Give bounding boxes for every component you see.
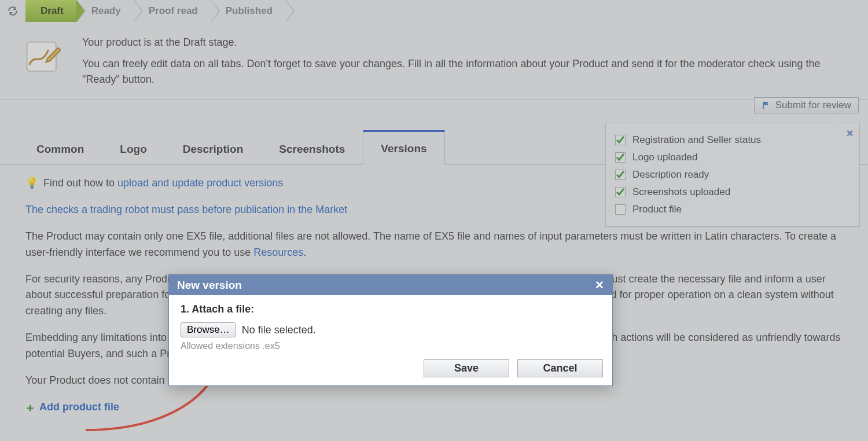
- checklist-item: Logo uploaded: [615, 149, 849, 166]
- notice-text: Your product is at the Draft stage. You …: [82, 35, 847, 93]
- checklist-item: Product file: [615, 201, 849, 218]
- dialog-titlebar: New version ✕: [169, 275, 612, 295]
- checklist-item: Screenshots uploaded: [615, 183, 849, 201]
- stage-label: Proof read: [149, 5, 198, 17]
- checkbox-checked-icon: [615, 170, 626, 180]
- paragraph-ex5: The Product may contain only one EX5 fil…: [25, 229, 843, 261]
- cancel-button[interactable]: Cancel: [517, 359, 603, 377]
- tab-common[interactable]: Common: [19, 132, 102, 165]
- checks-link[interactable]: The checks a trading robot must pass bef…: [25, 204, 347, 215]
- dialog-close-icon[interactable]: ✕: [595, 278, 604, 292]
- draft-icon: [21, 35, 66, 80]
- stage-label: Ready: [91, 5, 121, 17]
- add-file-label: Add product file: [39, 399, 119, 416]
- checklist-label: Description ready: [632, 169, 709, 181]
- checklist-item: Description ready: [615, 166, 849, 183]
- no-file-selected: No file selected.: [242, 324, 316, 336]
- checkbox-unchecked-icon: [615, 204, 626, 215]
- checklist-item: Registration and Seller status: [615, 131, 849, 149]
- submit-button-label: Submit for review: [775, 100, 851, 111]
- allowed-extensions: Allowed extensions .ex5: [181, 341, 601, 351]
- checklist-label: Screenshots uploaded: [632, 186, 730, 198]
- close-icon[interactable]: ✕: [846, 128, 854, 139]
- bulb-icon: 💡: [25, 175, 38, 192]
- checkbox-checked-icon: [615, 152, 626, 163]
- tab-screenshots[interactable]: Screenshots: [261, 132, 363, 165]
- checkbox-checked-icon: [615, 187, 626, 197]
- checklist-label: Logo uploaded: [632, 152, 698, 163]
- refresh-icon[interactable]: [0, 0, 25, 22]
- checklist-label: Registration and Seller status: [632, 134, 761, 146]
- stage-draft[interactable]: Draft: [25, 0, 76, 22]
- add-product-file-button[interactable]: ＋ Add product file: [25, 399, 119, 416]
- workflow-stages: Draft Ready Proof read Published: [0, 0, 868, 22]
- stage-published[interactable]: Published: [211, 0, 285, 22]
- submit-for-review-button[interactable]: Submit for review: [754, 97, 859, 113]
- review-checklist: ✕ Registration and Seller status Logo up…: [605, 123, 860, 227]
- checkbox-checked-icon: [615, 135, 626, 145]
- notice-line2: You can freely edit data on all tabs. Do…: [82, 56, 847, 87]
- new-version-dialog: New version ✕ 1. Attach a file: Browse… …: [168, 274, 613, 386]
- checklist-label: Product file: [632, 204, 682, 215]
- plus-icon: ＋: [25, 403, 35, 412]
- resources-link[interactable]: Resources: [253, 247, 303, 258]
- stage-label: Published: [226, 5, 273, 17]
- tab-versions[interactable]: Versions: [363, 130, 444, 165]
- upload-versions-link[interactable]: upload and update product versions: [117, 177, 283, 189]
- stage-notice: Your product is at the Draft stage. You …: [0, 22, 868, 100]
- tab-logo[interactable]: Logo: [102, 132, 164, 165]
- stage-proofread[interactable]: Proof read: [134, 0, 211, 22]
- stage-label: Draft: [41, 5, 64, 17]
- browse-button[interactable]: Browse…: [181, 322, 236, 337]
- tab-description[interactable]: Description: [165, 132, 262, 165]
- step-attach-file: 1. Attach a file:: [181, 303, 601, 315]
- notice-line1: Your product is at the Draft stage.: [82, 35, 847, 50]
- dialog-title: New version: [177, 279, 242, 292]
- flag-icon: [762, 101, 771, 110]
- save-button[interactable]: Save: [424, 359, 509, 377]
